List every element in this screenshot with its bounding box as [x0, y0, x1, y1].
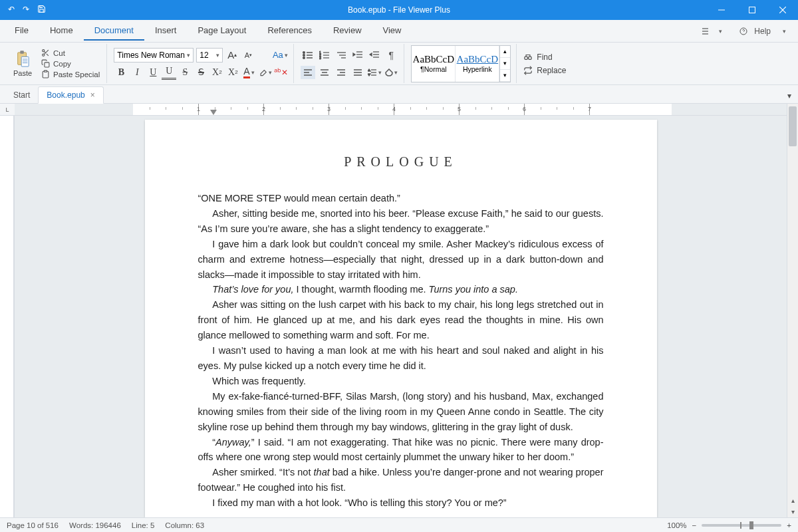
- tabs-dropdown-icon[interactable]: ▾: [781, 88, 798, 103]
- font-size-select[interactable]: 12▾: [196, 48, 223, 63]
- align-justify-icon[interactable]: [350, 66, 365, 79]
- paragraph: Asher smirked. “It’s not that bad a hike…: [198, 465, 604, 495]
- tab-book[interactable]: Book.epub×: [38, 86, 103, 104]
- superscript-button[interactable]: X2: [209, 65, 224, 80]
- vertical-scrollbar[interactable]: ▴ ▾: [787, 104, 798, 517]
- zoom-knob[interactable]: [749, 521, 753, 529]
- change-case-icon[interactable]: Aa▾: [273, 49, 287, 62]
- scroll-down-icon[interactable]: ▾: [787, 506, 798, 517]
- close-tab-icon[interactable]: ×: [90, 90, 95, 100]
- help-button[interactable]: Help▾: [735, 24, 794, 39]
- styles-down-icon[interactable]: ▾: [500, 58, 510, 70]
- document-tabs: Start Book.epub× ▾: [0, 85, 798, 104]
- double-underline-button[interactable]: U: [162, 65, 176, 80]
- zoom-out-icon[interactable]: −: [692, 521, 697, 529]
- zoom-in-icon[interactable]: +: [787, 521, 791, 529]
- ribbon: Paste Cut Copy Paste Special Times New R…: [0, 43, 798, 85]
- redo-icon[interactable]: ↷: [23, 5, 29, 15]
- ribbon-options-icon[interactable]: ▾: [698, 25, 730, 37]
- copy-icon: [41, 59, 50, 68]
- zoom-slider[interactable]: [702, 524, 781, 527]
- subscript-button[interactable]: X2: [225, 65, 240, 80]
- replace-icon: [523, 66, 533, 75]
- menu-review[interactable]: Review: [323, 21, 372, 41]
- close-button[interactable]: [767, 0, 798, 20]
- style-normal[interactable]: AaBbCcD¶Normal: [412, 46, 456, 82]
- status-column: Column: 63: [165, 521, 204, 529]
- font-name-select[interactable]: Times New Roman▾: [114, 48, 194, 63]
- highlight-button[interactable]: ▾: [257, 65, 272, 80]
- svg-rect-11: [21, 57, 29, 66]
- statusbar: Page 10 of 516 Words: 196446 Line: 5 Col…: [0, 517, 798, 532]
- minimize-button[interactable]: [706, 0, 737, 20]
- cut-button[interactable]: Cut: [40, 48, 101, 58]
- font-color-button[interactable]: A▾: [241, 65, 256, 80]
- scroll-thumb[interactable]: [789, 106, 797, 146]
- paragraph: My ex-fake-fiancé-turned-BFF, Silas Mars…: [198, 389, 604, 435]
- svg-rect-21: [44, 70, 47, 72]
- scroll-up-icon[interactable]: ▴: [787, 495, 798, 506]
- paragraph: That’s love for you, I thought, warmth f…: [198, 282, 604, 297]
- svg-marker-40: [353, 53, 355, 56]
- paragraph-marks-icon[interactable]: ¶: [384, 49, 398, 62]
- align-right-icon[interactable]: [334, 66, 348, 79]
- paragraph: I wasn’t used to having a man look at me…: [198, 343, 604, 374]
- svg-marker-44: [370, 53, 372, 56]
- svg-point-15: [43, 50, 45, 52]
- horizontal-ruler[interactable]: 1234567 /*ticks rendered below*/: [15, 104, 787, 116]
- document-canvas[interactable]: PROLOGUE “ONE MORE STEP would mean certa…: [15, 116, 787, 517]
- menu-file[interactable]: File: [4, 21, 39, 41]
- shrink-font-icon[interactable]: A▾: [241, 49, 255, 62]
- svg-line-19: [44, 51, 45, 53]
- svg-rect-1: [749, 7, 755, 13]
- styles-more-icon[interactable]: ▾: [500, 70, 510, 82]
- save-icon[interactable]: [37, 5, 46, 15]
- paste-button[interactable]: Paste: [9, 45, 36, 82]
- bold-button[interactable]: B: [114, 65, 128, 80]
- menu-document[interactable]: Document: [84, 21, 144, 41]
- align-left-icon[interactable]: [301, 66, 315, 79]
- clear-format-button[interactable]: ᵃᵇ✕: [273, 65, 288, 80]
- grow-font-icon[interactable]: A▴: [225, 49, 239, 62]
- decrease-indent-icon[interactable]: [350, 49, 365, 62]
- page: PROLOGUE “ONE MORE STEP would mean certa…: [145, 120, 657, 517]
- multilevel-list-icon[interactable]: [334, 49, 348, 62]
- style-hyperlink[interactable]: AaBbCcDHyperlink: [456, 46, 499, 82]
- paragraph: I fixed my man with a hot look. “Who is …: [198, 495, 604, 511]
- menu-references[interactable]: References: [257, 21, 322, 41]
- align-center-icon[interactable]: [317, 66, 332, 79]
- double-strike-button[interactable]: S̶: [194, 65, 208, 80]
- copy-button[interactable]: Copy: [40, 59, 101, 68]
- zoom-level[interactable]: 100%: [667, 521, 686, 529]
- svg-marker-60: [368, 69, 370, 71]
- font-group: Times New Roman▾ 12▾ A▴ A▾ Aa▾ B I U U S…: [108, 44, 294, 83]
- find-button[interactable]: Find: [523, 53, 566, 62]
- tab-start[interactable]: Start: [5, 87, 38, 103]
- underline-button[interactable]: U: [146, 65, 160, 80]
- menu-page-layout[interactable]: Page Layout: [187, 21, 257, 41]
- styles-up-icon[interactable]: ▴: [500, 46, 510, 58]
- italic-button[interactable]: I: [130, 65, 144, 80]
- status-words[interactable]: Words: 196446: [69, 521, 121, 529]
- maximize-button[interactable]: [737, 0, 767, 20]
- strikethrough-button[interactable]: S: [178, 65, 192, 80]
- replace-button[interactable]: Replace: [523, 66, 566, 75]
- number-list-icon[interactable]: 123: [317, 49, 332, 62]
- status-page[interactable]: Page 10 of 516: [7, 521, 59, 529]
- menu-view[interactable]: View: [372, 21, 412, 41]
- bullet-list-icon[interactable]: [301, 49, 315, 62]
- menu-home[interactable]: Home: [39, 21, 84, 41]
- paste-special-button[interactable]: Paste Special: [40, 69, 101, 79]
- ruler-corner[interactable]: L: [0, 104, 15, 116]
- undo-icon[interactable]: ↶: [8, 5, 15, 15]
- paragraph-group: 123 ¶ ▾ ▾: [295, 44, 404, 83]
- line-spacing-icon[interactable]: ▾: [367, 66, 382, 79]
- svg-line-18: [47, 54, 49, 56]
- paragraph: “Anyway,” I said. “I am not exaggerating…: [198, 435, 604, 466]
- menubar: File Home Document Insert Page Layout Re…: [0, 20, 798, 43]
- increase-indent-icon[interactable]: [367, 49, 382, 62]
- svg-point-16: [43, 54, 45, 56]
- indent-marker[interactable]: [210, 110, 217, 115]
- menu-insert[interactable]: Insert: [144, 21, 188, 41]
- shading-icon[interactable]: ▾: [384, 66, 398, 79]
